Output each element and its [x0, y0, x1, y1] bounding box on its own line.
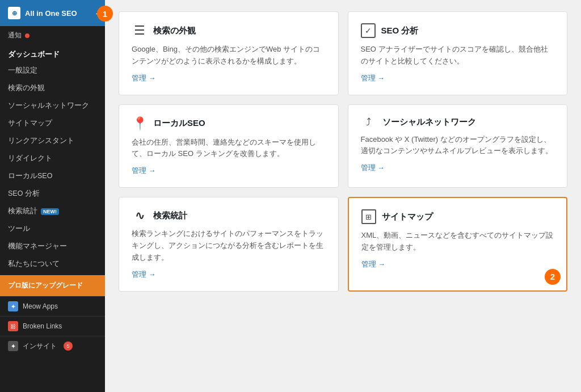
- sidebar-item-about[interactable]: 私たちについて: [0, 255, 105, 273]
- sidebar-item-redirect[interactable]: リダイレクト: [0, 150, 105, 167]
- sidebar-item-label: リダイレクト: [8, 154, 52, 163]
- feature-manage-link[interactable]: 管理 →: [132, 269, 326, 280]
- feature-card-header: ☰ 検索の外観: [132, 23, 326, 38]
- feature-title: 検索の外観: [153, 26, 196, 36]
- feature-manage-link[interactable]: 管理 →: [361, 259, 554, 269]
- sidebar-item-general[interactable]: 一般設定: [0, 62, 105, 79]
- feature-title: ソーシャルネットワーク: [382, 117, 476, 128]
- feature-manage-link[interactable]: 管理 →: [361, 163, 555, 173]
- sidebar-item-search-stats[interactable]: 検索統計 NEW!: [0, 203, 105, 220]
- upgrade-button[interactable]: プロ版にアップグレード: [0, 275, 105, 296]
- feature-title: ローカルSEO: [153, 118, 205, 129]
- feature-card-header: ⤴ ソーシャルネットワーク: [361, 116, 555, 128]
- insite-badge: 5: [64, 342, 73, 351]
- feature-title: サイトマップ: [382, 212, 433, 222]
- sidebar-item-label: 検索の外観: [8, 83, 45, 93]
- sidebar-item-label: ソーシャルネットワーク: [8, 101, 89, 111]
- plugin-title: All in One SEO: [25, 9, 77, 18]
- feature-card-header: ⊞ サイトマップ: [361, 209, 554, 224]
- feature-card-seo-analysis: ✓ SEO 分析 SEO アナライザーでサイトのスコアを確認し、競合他社のサイト…: [348, 11, 568, 95]
- sidebar-item-social[interactable]: ソーシャルネットワーク: [0, 97, 105, 115]
- sidebar-item-label: リンクアシスタント: [8, 136, 74, 146]
- sidebar-item-label: 機能マネージャー: [8, 242, 67, 251]
- feature-desc: XML、動画、ニュースなどを含むすべてのサイトマップ設定を管理します。: [361, 230, 554, 254]
- sidebar-item-label: 私たちについて: [8, 259, 60, 269]
- feature-card-header: ∿ 検索統計: [132, 209, 326, 222]
- feature-desc: 検索ランキングにおけるサイトのパフォーマンスをトラッキングし、アクションにつなが…: [132, 228, 326, 263]
- notification-label: 通知: [8, 31, 22, 40]
- annotation-2: 2: [545, 269, 561, 285]
- plugin-icon: ⊕: [8, 7, 20, 19]
- sidebar-plugin-insite[interactable]: ✦ インサイト 5: [0, 336, 105, 356]
- feature-desc: 会社の住所、営業時間、連絡先などのスキーマを使用して、ローカル SEO ランキン…: [132, 137, 326, 161]
- insite-icon: ✦: [8, 341, 18, 351]
- local-seo-icon: 📍: [132, 116, 148, 131]
- social-icon: ⤴: [361, 116, 377, 128]
- feature-card-sitemap: ⊞ サイトマップ XML、動画、ニュースなどを含むすべてのサイトマップ設定を管理…: [348, 197, 568, 291]
- sidebar-plugin-broken-links[interactable]: ⛓ Broken Links: [0, 316, 105, 336]
- sidebar-item-label: 検索統計: [8, 206, 37, 216]
- feature-card-local-seo: 📍 ローカルSEO 会社の住所、営業時間、連絡先などのスキーマを使用して、ローカ…: [119, 104, 339, 188]
- feature-manage-link[interactable]: 管理 →: [132, 73, 326, 83]
- main-content: ☰ 検索の外観 Google、Bing、その他の検索エンジンでWeb サイトのコ…: [105, 0, 581, 392]
- seo-analysis-icon: ✓: [361, 23, 376, 38]
- feature-title: 検索統計: [153, 210, 187, 221]
- notification-dot: [25, 33, 30, 38]
- sidebar-item-tools[interactable]: ツール: [0, 220, 105, 238]
- feature-title: SEO 分析: [381, 26, 419, 36]
- sidebar-plugin-meow[interactable]: ✦ Meow Apps: [0, 296, 105, 316]
- feature-card-search-stats: ∿ 検索統計 検索ランキングにおけるサイトのパフォーマンスをトラッキングし、アク…: [119, 197, 339, 291]
- feature-card-header: 📍 ローカルSEO: [132, 116, 326, 131]
- notification-item[interactable]: 通知: [0, 26, 105, 45]
- plugin-label: Meow Apps: [23, 302, 58, 310]
- dashboard-label[interactable]: ダッシュボード: [0, 45, 105, 62]
- feature-card-search-appearance: ☰ 検索の外観 Google、Bing、その他の検索エンジンでWeb サイトのコ…: [119, 11, 339, 95]
- feature-desc: SEO アナライザーでサイトのスコアを確認し、競合他社のサイトと比較してください…: [361, 44, 555, 68]
- plugin-label: Broken Links: [23, 322, 62, 330]
- sitemap-icon: ⊞: [361, 209, 376, 224]
- sidebar-item-seo-analysis[interactable]: SEO 分析: [0, 185, 105, 203]
- sidebar-item-label: ローカルSEO: [8, 171, 52, 181]
- new-badge: NEW!: [41, 208, 59, 215]
- plugin-header[interactable]: ⊕ All in One SEO: [0, 0, 105, 26]
- sidebar-item-label: ツール: [8, 224, 30, 234]
- sidebar-item-label: 一般設定: [8, 66, 37, 75]
- sidebar-item-link-assistant[interactable]: リンクアシスタント: [0, 132, 105, 150]
- sidebar-item-search-appearance[interactable]: 検索の外観: [0, 79, 105, 97]
- sidebar-item-sitemap[interactable]: サイトマップ: [0, 115, 105, 132]
- feature-card-header: ✓ SEO 分析: [361, 23, 555, 38]
- sidebar-item-label: SEO 分析: [8, 189, 40, 199]
- feature-desc: Google、Bing、その他の検索エンジンでWeb サイトのコンテンツがどのよ…: [132, 44, 326, 68]
- meow-icon: ✦: [8, 301, 18, 311]
- feature-card-social: ⤴ ソーシャルネットワーク Facebook や X (Twitter) などの…: [348, 104, 568, 188]
- feature-grid: ☰ 検索の外観 Google、Bing、その他の検索エンジンでWeb サイトのコ…: [119, 11, 567, 292]
- plugin-label: インサイト: [23, 342, 57, 351]
- broken-links-icon: ⛓: [8, 321, 18, 331]
- search-appearance-icon: ☰: [132, 23, 148, 38]
- sidebar-item-feature-manager[interactable]: 機能マネージャー: [0, 238, 105, 255]
- sidebar-item-label: サイトマップ: [8, 119, 52, 128]
- search-stats-icon: ∿: [132, 209, 148, 222]
- feature-manage-link[interactable]: 管理 →: [361, 73, 555, 83]
- feature-manage-link[interactable]: 管理 →: [132, 166, 326, 176]
- feature-desc: Facebook や X (Twitter) などのオープングラフを設定し、適切…: [361, 134, 555, 158]
- sidebar-item-local-seo[interactable]: ローカルSEO: [0, 167, 105, 185]
